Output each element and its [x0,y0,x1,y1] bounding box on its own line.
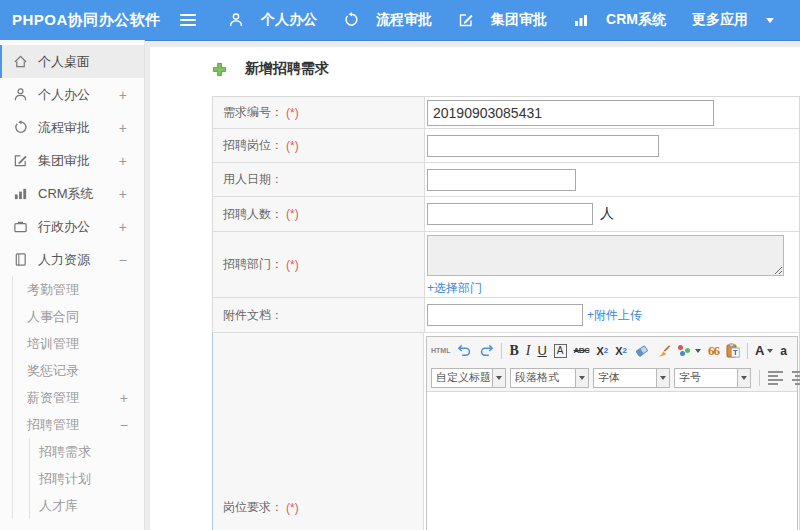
expand-icon[interactable]: + [119,120,127,136]
sidebar-item-label: 人力资源 [38,251,90,269]
font-color-button[interactable]: A [755,343,773,358]
hamburger-menu-icon[interactable] [180,14,196,26]
form-row-hire-date: 用人日期： [213,163,799,197]
editor-toolbar-row1: HTML B I U A ABC [431,337,793,364]
sidebar-item-label: 人才库 [39,497,78,515]
format-brush-icon[interactable] [657,344,671,358]
font-family-select[interactable]: 字体 [593,368,670,388]
sidebar-item-admin-office[interactable]: 行政办公 + [0,210,144,243]
field-label: 岗位要求： [223,499,283,516]
font-color-letter: A [755,343,764,358]
sidebar-item-recruitment[interactable]: 招聘管理 − [13,411,144,438]
sidebar-item-personal-desktop[interactable]: 个人桌面 [0,45,144,78]
toolbar-separator [501,343,502,359]
page-title: 新增招聘需求 [245,60,329,78]
form-row-headcount: 招聘人数： (*) 人 [213,197,799,232]
eraser-icon[interactable] [634,344,650,358]
subscript-button[interactable]: X2 [615,345,627,357]
strikethrough-button[interactable]: ABC [574,346,590,355]
sidebar-item-rewards[interactable]: 奖惩记录 [13,357,144,384]
sidebar-item-label: 招聘需求 [39,443,91,461]
department-textarea[interactable] [427,235,784,276]
form-row-department: 招聘部门： (*) +选择部门 [213,232,799,298]
editor-toolbar-row2: 自定义标题 段落格式 字体 [431,364,793,391]
redo-icon[interactable] [479,344,494,358]
sidebar-item-hr-contract[interactable]: 人事合同 [13,303,144,330]
sidebar-item-label: 薪资管理 [27,389,79,407]
bold-button[interactable]: B [509,343,518,359]
italic-button[interactable]: I [526,343,531,359]
select-dropdown-button[interactable] [657,368,670,388]
field-label: 需求编号： [223,104,283,121]
attachment-input[interactable] [427,304,583,326]
topnav-label: 流程审批 [376,11,432,29]
editor-content[interactable] [427,392,797,530]
hire-date-input[interactable] [427,169,576,191]
position-input[interactable] [427,135,659,157]
subscript-digit: 2 [623,346,627,355]
sidebar-item-training[interactable]: 培训管理 [13,330,144,357]
workflow-icon [343,12,360,28]
attachment-upload-link[interactable]: +附件上传 [587,307,642,324]
sidebar-item-label: 行政办公 [38,218,90,236]
underline-button[interactable]: U [537,343,546,358]
caret-down-icon [496,376,502,380]
sidebar-item-label: 流程审批 [38,119,90,137]
choose-department-link[interactable]: +选择部门 [427,280,482,297]
required-marker: (*) [286,258,299,272]
field-label: 招聘岗位： [223,137,283,154]
html-source-button[interactable]: HTML [431,347,450,354]
background-color-button[interactable]: a [780,344,787,358]
sidebar-item-workflow-approval[interactable]: 流程审批 + [0,111,144,144]
select-dropdown-button[interactable] [738,368,751,388]
top-navigation: 个人办公 流程审批 集团审批 CRM系统 更多应用 [228,11,800,29]
request-number-input[interactable] [427,100,714,126]
expand-icon[interactable]: + [119,186,127,202]
blockquote-button[interactable]: 66 [708,343,719,359]
sidebar-item-personal-office[interactable]: 个人办公 + [0,78,144,111]
sidebar-item-recruit-plan[interactable]: 招聘计划 [30,465,144,492]
align-center-button[interactable] [792,371,800,385]
sidebar-item-crm-system[interactable]: CRM系统 + [0,177,144,210]
topnav-personal-office[interactable]: 个人办公 [228,11,317,29]
collapse-icon[interactable]: + [119,219,127,235]
char-border-button[interactable]: A [554,344,567,358]
highlight-color-button[interactable] [678,344,701,357]
sidebar-item-recruit-request[interactable]: 招聘需求 [30,438,144,465]
select-dropdown-button[interactable] [493,368,506,388]
align-left-button[interactable] [768,371,783,385]
sidebar-item-label: 个人办公 [38,86,90,104]
font-size-select[interactable]: 字号 [674,368,751,388]
form-row-position: 招聘岗位： (*) [213,129,799,163]
expand-icon[interactable]: + [119,153,127,169]
book-icon [13,252,30,267]
select-dropdown-button[interactable] [576,368,589,388]
caret-down-icon [767,349,773,353]
expand-icon[interactable]: + [120,390,128,406]
topnav-crm-system[interactable]: CRM系统 [573,11,666,29]
paste-icon[interactable]: T [726,343,740,358]
topnav-label: 个人办公 [261,11,317,29]
custom-heading-select[interactable]: 自定义标题 [431,368,506,388]
sidebar-item-human-resources[interactable]: 人力资源 − [0,243,144,276]
topnav-workflow-approval[interactable]: 流程审批 [343,11,432,29]
topbar: PHPOA协同办公软件 个人办公 流程审批 集团审批 CRM系统 [0,0,800,40]
sidebar-item-talent-pool[interactable]: 人才库 [30,492,144,519]
sidebar-item-salary[interactable]: 薪资管理 + [13,384,144,411]
sidebar-item-attendance[interactable]: 考勤管理 [13,276,144,303]
topnav-more-apps[interactable]: 更多应用 [692,11,774,29]
expand-icon[interactable]: + [119,87,127,103]
select-value: 字号 [674,368,738,388]
superscript-digit: 2 [604,346,608,355]
paragraph-format-select[interactable]: 段落格式 [510,368,589,388]
sidebar-item-group-approval[interactable]: 集团审批 + [0,144,144,177]
superscript-button[interactable]: X2 [596,345,608,357]
sidebar-item-label: 集团审批 [38,152,90,170]
superscript-base: X [596,345,603,357]
undo-icon[interactable] [457,344,472,358]
collapse-icon[interactable]: − [120,417,128,433]
headcount-input[interactable] [427,203,593,225]
topnav-group-approval[interactable]: 集团审批 [458,11,547,29]
field-label-cell: 需求编号： (*) [213,97,425,128]
collapse-icon[interactable]: − [119,252,127,268]
